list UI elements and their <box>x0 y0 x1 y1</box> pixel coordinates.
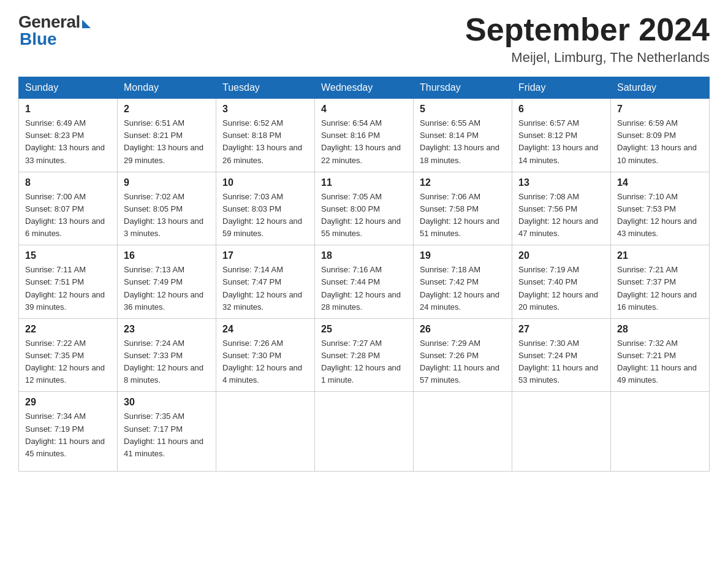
day-of-week-header: Saturday <box>611 77 710 99</box>
calendar-week-row: 1Sunrise: 6:49 AMSunset: 8:23 PMDaylight… <box>19 99 710 172</box>
calendar-day-cell: 27Sunrise: 7:30 AMSunset: 7:24 PMDayligh… <box>512 318 611 392</box>
day-of-week-header: Sunday <box>19 77 118 99</box>
calendar-day-cell: 7Sunrise: 6:59 AMSunset: 8:09 PMDaylight… <box>611 99 710 172</box>
day-info: Sunrise: 6:49 AMSunset: 8:23 PMDaylight:… <box>25 117 111 167</box>
day-number: 21 <box>617 250 703 261</box>
calendar-day-cell: 1Sunrise: 6:49 AMSunset: 8:23 PMDaylight… <box>19 99 118 172</box>
day-info: Sunrise: 7:08 AMSunset: 7:56 PMDaylight:… <box>518 191 604 240</box>
calendar-day-cell: 30Sunrise: 7:35 AMSunset: 7:17 PMDayligh… <box>118 392 216 472</box>
day-number: 8 <box>25 177 111 188</box>
logo: General Blue <box>18 12 91 49</box>
day-info: Sunrise: 7:30 AMSunset: 7:24 PMDaylight:… <box>518 337 604 387</box>
day-number: 20 <box>518 250 604 261</box>
day-info: Sunrise: 6:55 AMSunset: 8:14 PMDaylight:… <box>420 117 506 167</box>
day-number: 22 <box>25 324 111 335</box>
calendar-day-cell: 2Sunrise: 6:51 AMSunset: 8:21 PMDaylight… <box>118 99 216 172</box>
calendar-day-cell: 15Sunrise: 7:11 AMSunset: 7:51 PMDayligh… <box>19 245 118 319</box>
calendar-day-cell: 14Sunrise: 7:10 AMSunset: 7:53 PMDayligh… <box>611 172 710 245</box>
calendar-day-cell: 5Sunrise: 6:55 AMSunset: 8:14 PMDaylight… <box>414 99 512 172</box>
day-number: 28 <box>617 324 703 335</box>
day-info: Sunrise: 7:35 AMSunset: 7:17 PMDaylight:… <box>124 410 210 460</box>
calendar-day-cell: 20Sunrise: 7:19 AMSunset: 7:40 PMDayligh… <box>512 245 611 319</box>
day-info: Sunrise: 7:22 AMSunset: 7:35 PMDaylight:… <box>25 337 111 387</box>
day-number: 4 <box>321 104 407 115</box>
title-section: September 2024 Meijel, Limburg, The Neth… <box>465 12 710 66</box>
calendar-day-cell: 4Sunrise: 6:54 AMSunset: 8:16 PMDaylight… <box>315 99 414 172</box>
day-number: 9 <box>124 177 210 188</box>
logo-arrow-icon <box>82 20 91 28</box>
day-number: 12 <box>420 177 506 188</box>
day-number: 27 <box>518 324 604 335</box>
calendar-header-row: SundayMondayTuesdayWednesdayThursdayFrid… <box>19 77 710 99</box>
day-number: 2 <box>124 104 210 115</box>
day-info: Sunrise: 7:27 AMSunset: 7:28 PMDaylight:… <box>321 337 407 387</box>
day-number: 3 <box>222 104 308 115</box>
calendar-day-cell: 12Sunrise: 7:06 AMSunset: 7:58 PMDayligh… <box>414 172 512 245</box>
day-info: Sunrise: 7:18 AMSunset: 7:42 PMDaylight:… <box>420 264 506 313</box>
day-of-week-header: Tuesday <box>216 77 315 99</box>
calendar-day-cell: 13Sunrise: 7:08 AMSunset: 7:56 PMDayligh… <box>512 172 611 245</box>
day-number: 7 <box>617 104 703 115</box>
location: Meijel, Limburg, The Netherlands <box>465 50 710 66</box>
day-number: 25 <box>321 324 407 335</box>
calendar-week-row: 22Sunrise: 7:22 AMSunset: 7:35 PMDayligh… <box>19 318 710 392</box>
day-info: Sunrise: 7:24 AMSunset: 7:33 PMDaylight:… <box>124 337 210 387</box>
day-number: 30 <box>124 397 210 408</box>
page-header: General Blue September 2024 Meijel, Limb… <box>18 12 710 66</box>
calendar-week-row: 29Sunrise: 7:34 AMSunset: 7:19 PMDayligh… <box>19 392 710 472</box>
calendar-day-cell: 23Sunrise: 7:24 AMSunset: 7:33 PMDayligh… <box>118 318 216 392</box>
day-info: Sunrise: 7:10 AMSunset: 7:53 PMDaylight:… <box>617 191 703 240</box>
day-number: 18 <box>321 250 407 261</box>
calendar-week-row: 8Sunrise: 7:00 AMSunset: 8:07 PMDaylight… <box>19 172 710 245</box>
calendar-day-cell <box>315 392 414 472</box>
calendar-day-cell: 28Sunrise: 7:32 AMSunset: 7:21 PMDayligh… <box>611 318 710 392</box>
day-info: Sunrise: 7:03 AMSunset: 8:03 PMDaylight:… <box>222 191 308 240</box>
day-number: 24 <box>222 324 308 335</box>
calendar-day-cell <box>216 392 315 472</box>
calendar-day-cell: 10Sunrise: 7:03 AMSunset: 8:03 PMDayligh… <box>216 172 315 245</box>
day-info: Sunrise: 6:52 AMSunset: 8:18 PMDaylight:… <box>222 117 308 167</box>
day-number: 16 <box>124 250 210 261</box>
calendar-table: SundayMondayTuesdayWednesdayThursdayFrid… <box>18 77 710 472</box>
day-number: 14 <box>617 177 703 188</box>
day-info: Sunrise: 7:00 AMSunset: 8:07 PMDaylight:… <box>25 191 111 240</box>
day-number: 15 <box>25 250 111 261</box>
calendar-day-cell: 6Sunrise: 6:57 AMSunset: 8:12 PMDaylight… <box>512 99 611 172</box>
day-info: Sunrise: 7:26 AMSunset: 7:30 PMDaylight:… <box>222 337 308 387</box>
calendar-day-cell: 8Sunrise: 7:00 AMSunset: 8:07 PMDaylight… <box>19 172 118 245</box>
day-number: 1 <box>25 104 111 115</box>
day-info: Sunrise: 7:21 AMSunset: 7:37 PMDaylight:… <box>617 264 703 313</box>
day-info: Sunrise: 6:54 AMSunset: 8:16 PMDaylight:… <box>321 117 407 167</box>
day-info: Sunrise: 7:19 AMSunset: 7:40 PMDaylight:… <box>518 264 604 313</box>
calendar-day-cell: 24Sunrise: 7:26 AMSunset: 7:30 PMDayligh… <box>216 318 315 392</box>
logo-blue-text: Blue <box>18 29 57 49</box>
day-number: 5 <box>420 104 506 115</box>
day-info: Sunrise: 6:51 AMSunset: 8:21 PMDaylight:… <box>124 117 210 167</box>
calendar-day-cell: 26Sunrise: 7:29 AMSunset: 7:26 PMDayligh… <box>414 318 512 392</box>
calendar-day-cell <box>512 392 611 472</box>
day-info: Sunrise: 7:11 AMSunset: 7:51 PMDaylight:… <box>25 264 111 313</box>
calendar-day-cell: 21Sunrise: 7:21 AMSunset: 7:37 PMDayligh… <box>611 245 710 319</box>
day-number: 6 <box>518 104 604 115</box>
day-number: 13 <box>518 177 604 188</box>
calendar-day-cell: 29Sunrise: 7:34 AMSunset: 7:19 PMDayligh… <box>19 392 118 472</box>
day-info: Sunrise: 7:32 AMSunset: 7:21 PMDaylight:… <box>617 337 703 387</box>
day-number: 26 <box>420 324 506 335</box>
calendar-day-cell: 9Sunrise: 7:02 AMSunset: 8:05 PMDaylight… <box>118 172 216 245</box>
day-number: 19 <box>420 250 506 261</box>
day-number: 17 <box>222 250 308 261</box>
calendar-day-cell: 19Sunrise: 7:18 AMSunset: 7:42 PMDayligh… <box>414 245 512 319</box>
calendar-day-cell: 11Sunrise: 7:05 AMSunset: 8:00 PMDayligh… <box>315 172 414 245</box>
calendar-day-cell: 25Sunrise: 7:27 AMSunset: 7:28 PMDayligh… <box>315 318 414 392</box>
day-info: Sunrise: 6:57 AMSunset: 8:12 PMDaylight:… <box>518 117 604 167</box>
calendar-week-row: 15Sunrise: 7:11 AMSunset: 7:51 PMDayligh… <box>19 245 710 319</box>
day-number: 10 <box>222 177 308 188</box>
day-info: Sunrise: 7:34 AMSunset: 7:19 PMDaylight:… <box>25 410 111 460</box>
day-info: Sunrise: 6:59 AMSunset: 8:09 PMDaylight:… <box>617 117 703 167</box>
day-number: 23 <box>124 324 210 335</box>
calendar-day-cell <box>414 392 512 472</box>
month-title: September 2024 <box>465 12 710 47</box>
day-info: Sunrise: 7:05 AMSunset: 8:00 PMDaylight:… <box>321 191 407 240</box>
day-info: Sunrise: 7:29 AMSunset: 7:26 PMDaylight:… <box>420 337 506 387</box>
day-info: Sunrise: 7:06 AMSunset: 7:58 PMDaylight:… <box>420 191 506 240</box>
